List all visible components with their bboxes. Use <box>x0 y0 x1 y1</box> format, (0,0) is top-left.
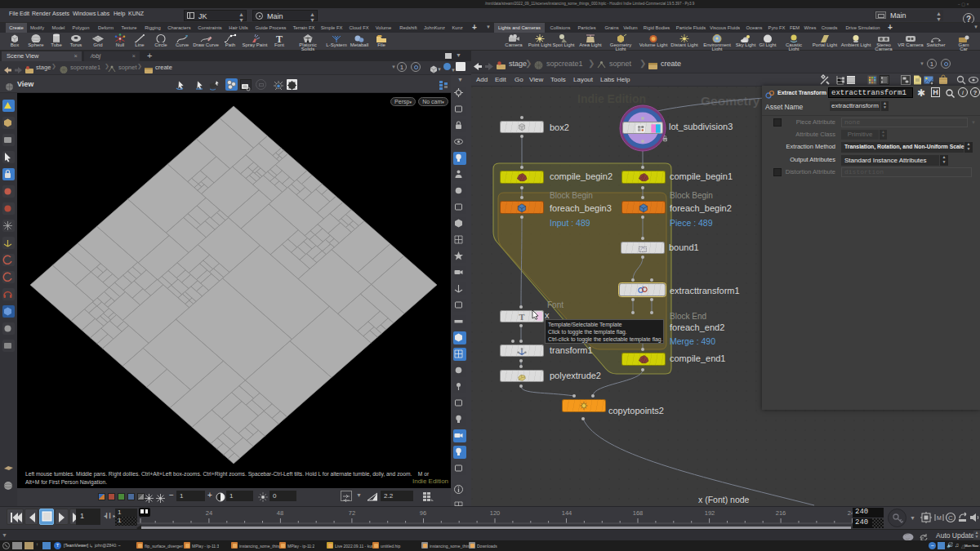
svg-text:72: 72 <box>349 509 355 517</box>
svg-text:144: 144 <box>562 509 572 517</box>
svg-text:96: 96 <box>420 509 426 517</box>
svg-text:120: 120 <box>490 509 501 517</box>
svg-text:192: 192 <box>705 509 715 517</box>
svg-text:M: M <box>937 515 942 521</box>
svg-text:168: 168 <box>633 509 644 517</box>
svg-text:216: 216 <box>776 509 786 517</box>
svg-text:T: T <box>519 313 525 322</box>
svg-text:48: 48 <box>277 509 283 517</box>
svg-text:T: T <box>276 33 283 42</box>
svg-text:C: C <box>948 514 953 522</box>
svg-text:24: 24 <box>206 509 212 517</box>
